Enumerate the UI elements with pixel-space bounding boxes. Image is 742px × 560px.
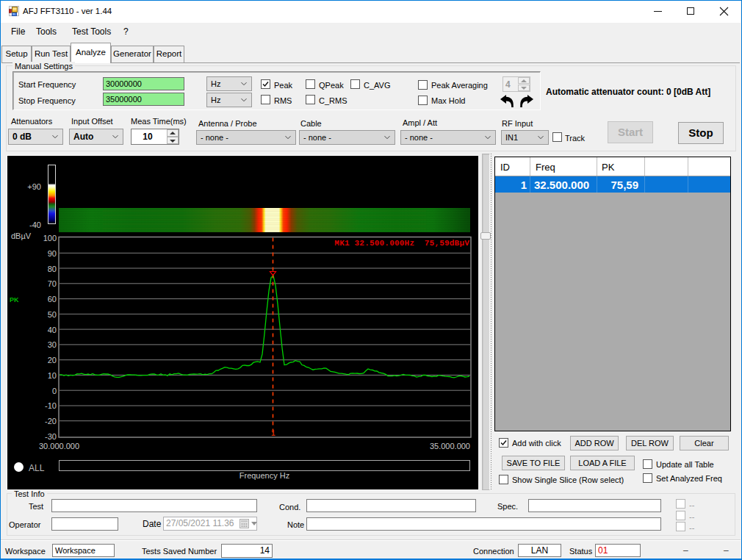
svg-text:1: 1 xyxy=(271,429,275,437)
